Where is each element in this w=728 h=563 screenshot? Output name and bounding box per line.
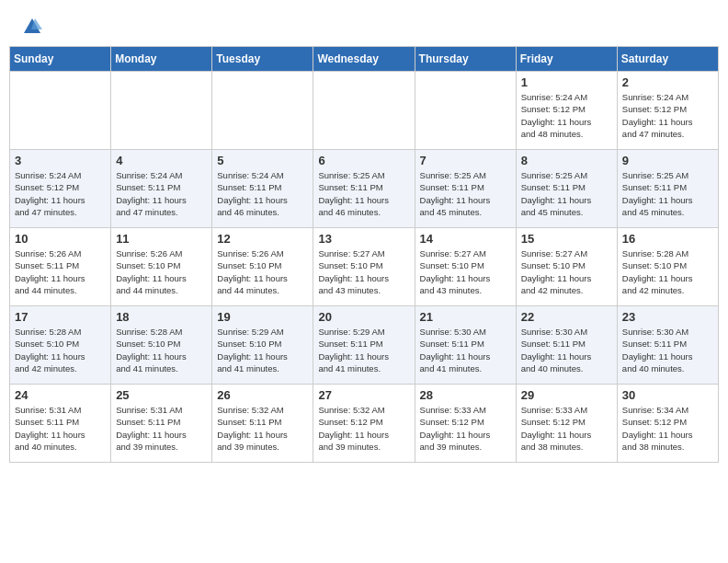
day-info: Sunrise: 5:27 AMSunset: 5:10 PMDaylight:… bbox=[420, 247, 512, 296]
day-number: 10 bbox=[15, 232, 107, 246]
day-number: 6 bbox=[318, 154, 410, 167]
day-info: Sunrise: 5:25 AMSunset: 5:11 PMDaylight:… bbox=[420, 169, 512, 218]
header-row: SundayMondayTuesdayWednesdayThursdayFrid… bbox=[10, 47, 719, 72]
calendar-table: SundayMondayTuesdayWednesdayThursdayFrid… bbox=[9, 46, 719, 463]
calendar-cell: 19Sunrise: 5:29 AMSunset: 5:10 PMDayligh… bbox=[212, 306, 313, 385]
day-number: 30 bbox=[622, 388, 714, 402]
logo-icon bbox=[22, 17, 42, 37]
day-info: Sunrise: 5:25 AMSunset: 5:11 PMDaylight:… bbox=[318, 169, 410, 218]
calendar-cell: 29Sunrise: 5:33 AMSunset: 5:12 PMDayligh… bbox=[516, 385, 617, 463]
calendar-cell: 14Sunrise: 5:27 AMSunset: 5:10 PMDayligh… bbox=[415, 228, 516, 306]
header-day-wednesday: Wednesday bbox=[313, 47, 415, 72]
day-info: Sunrise: 5:30 AMSunset: 5:11 PMDaylight:… bbox=[420, 326, 512, 374]
calendar-cell: 10Sunrise: 5:26 AMSunset: 5:11 PMDayligh… bbox=[10, 228, 111, 306]
day-info: Sunrise: 5:24 AMSunset: 5:11 PMDaylight:… bbox=[116, 169, 208, 218]
day-number: 16 bbox=[622, 232, 714, 246]
day-info: Sunrise: 5:32 AMSunset: 5:11 PMDaylight:… bbox=[217, 404, 309, 453]
day-number: 21 bbox=[420, 310, 512, 324]
calendar-cell: 11Sunrise: 5:26 AMSunset: 5:10 PMDayligh… bbox=[111, 228, 212, 306]
day-number: 8 bbox=[521, 154, 613, 167]
day-info: Sunrise: 5:30 AMSunset: 5:11 PMDaylight:… bbox=[622, 326, 714, 374]
day-number: 27 bbox=[318, 388, 410, 402]
calendar-cell: 27Sunrise: 5:32 AMSunset: 5:12 PMDayligh… bbox=[313, 385, 415, 463]
day-number: 4 bbox=[116, 154, 208, 167]
calendar-cell: 8Sunrise: 5:25 AMSunset: 5:11 PMDaylight… bbox=[516, 150, 617, 228]
day-info: Sunrise: 5:26 AMSunset: 5:10 PMDaylight:… bbox=[217, 247, 309, 296]
day-number: 1 bbox=[521, 75, 613, 89]
calendar-cell: 18Sunrise: 5:28 AMSunset: 5:10 PMDayligh… bbox=[111, 306, 212, 385]
day-info: Sunrise: 5:33 AMSunset: 5:12 PMDaylight:… bbox=[420, 404, 512, 453]
calendar-cell: 28Sunrise: 5:33 AMSunset: 5:12 PMDayligh… bbox=[415, 385, 516, 463]
day-info: Sunrise: 5:25 AMSunset: 5:11 PMDaylight:… bbox=[521, 169, 613, 218]
calendar-cell: 16Sunrise: 5:28 AMSunset: 5:10 PMDayligh… bbox=[617, 228, 718, 306]
day-number: 2 bbox=[622, 75, 714, 89]
calendar-cell: 30Sunrise: 5:34 AMSunset: 5:12 PMDayligh… bbox=[617, 385, 718, 463]
calendar-cell: 4Sunrise: 5:24 AMSunset: 5:11 PMDaylight… bbox=[111, 150, 212, 228]
week-row-2: 3Sunrise: 5:24 AMSunset: 5:12 PMDaylight… bbox=[10, 150, 719, 228]
week-row-4: 17Sunrise: 5:28 AMSunset: 5:10 PMDayligh… bbox=[10, 306, 719, 385]
day-info: Sunrise: 5:26 AMSunset: 5:10 PMDaylight:… bbox=[116, 247, 208, 296]
calendar-cell: 1Sunrise: 5:24 AMSunset: 5:12 PMDaylight… bbox=[516, 72, 617, 150]
day-info: Sunrise: 5:28 AMSunset: 5:10 PMDaylight:… bbox=[15, 326, 107, 374]
calendar-cell: 26Sunrise: 5:32 AMSunset: 5:11 PMDayligh… bbox=[212, 385, 313, 463]
calendar-body: 1Sunrise: 5:24 AMSunset: 5:12 PMDaylight… bbox=[10, 72, 719, 463]
day-info: Sunrise: 5:26 AMSunset: 5:11 PMDaylight:… bbox=[15, 247, 107, 296]
day-info: Sunrise: 5:30 AMSunset: 5:11 PMDaylight:… bbox=[521, 326, 613, 374]
calendar-cell: 7Sunrise: 5:25 AMSunset: 5:11 PMDaylight… bbox=[415, 150, 516, 228]
calendar-cell bbox=[10, 72, 111, 150]
calendar-cell: 12Sunrise: 5:26 AMSunset: 5:10 PMDayligh… bbox=[212, 228, 313, 306]
day-info: Sunrise: 5:31 AMSunset: 5:11 PMDaylight:… bbox=[15, 404, 107, 453]
header-day-saturday: Saturday bbox=[617, 47, 718, 72]
day-number: 15 bbox=[521, 232, 613, 246]
day-info: Sunrise: 5:32 AMSunset: 5:12 PMDaylight:… bbox=[318, 404, 410, 453]
day-number: 17 bbox=[15, 310, 107, 324]
header bbox=[0, 0, 728, 46]
day-number: 19 bbox=[217, 310, 309, 324]
day-number: 14 bbox=[420, 232, 512, 246]
header-day-tuesday: Tuesday bbox=[212, 47, 313, 72]
day-info: Sunrise: 5:24 AMSunset: 5:12 PMDaylight:… bbox=[521, 91, 613, 140]
day-info: Sunrise: 5:28 AMSunset: 5:10 PMDaylight:… bbox=[622, 247, 714, 296]
day-info: Sunrise: 5:34 AMSunset: 5:12 PMDaylight:… bbox=[622, 404, 714, 453]
calendar-cell bbox=[415, 72, 516, 150]
day-number: 7 bbox=[420, 154, 512, 167]
calendar-container: SundayMondayTuesdayWednesdayThursdayFrid… bbox=[0, 46, 728, 563]
day-number: 24 bbox=[15, 388, 107, 402]
day-info: Sunrise: 5:29 AMSunset: 5:10 PMDaylight:… bbox=[217, 326, 309, 374]
header-day-friday: Friday bbox=[516, 47, 617, 72]
week-row-3: 10Sunrise: 5:26 AMSunset: 5:11 PMDayligh… bbox=[10, 228, 719, 306]
day-info: Sunrise: 5:33 AMSunset: 5:12 PMDaylight:… bbox=[521, 404, 613, 453]
header-day-thursday: Thursday bbox=[415, 47, 516, 72]
calendar-cell: 25Sunrise: 5:31 AMSunset: 5:11 PMDayligh… bbox=[111, 385, 212, 463]
calendar-cell: 23Sunrise: 5:30 AMSunset: 5:11 PMDayligh… bbox=[617, 306, 718, 385]
header-day-monday: Monday bbox=[111, 47, 212, 72]
day-info: Sunrise: 5:27 AMSunset: 5:10 PMDaylight:… bbox=[521, 247, 613, 296]
page: SundayMondayTuesdayWednesdayThursdayFrid… bbox=[0, 0, 728, 563]
week-row-1: 1Sunrise: 5:24 AMSunset: 5:12 PMDaylight… bbox=[10, 72, 719, 150]
header-day-sunday: Sunday bbox=[10, 47, 111, 72]
calendar-cell bbox=[111, 72, 212, 150]
day-number: 3 bbox=[15, 154, 107, 167]
day-number: 26 bbox=[217, 388, 309, 402]
calendar-cell: 13Sunrise: 5:27 AMSunset: 5:10 PMDayligh… bbox=[313, 228, 415, 306]
day-number: 25 bbox=[116, 388, 208, 402]
day-info: Sunrise: 5:24 AMSunset: 5:12 PMDaylight:… bbox=[15, 169, 107, 218]
day-info: Sunrise: 5:24 AMSunset: 5:11 PMDaylight:… bbox=[217, 169, 309, 218]
calendar-cell: 3Sunrise: 5:24 AMSunset: 5:12 PMDaylight… bbox=[10, 150, 111, 228]
day-info: Sunrise: 5:24 AMSunset: 5:12 PMDaylight:… bbox=[622, 91, 714, 140]
week-row-5: 24Sunrise: 5:31 AMSunset: 5:11 PMDayligh… bbox=[10, 385, 719, 463]
day-number: 13 bbox=[318, 232, 410, 246]
calendar-cell: 24Sunrise: 5:31 AMSunset: 5:11 PMDayligh… bbox=[10, 385, 111, 463]
day-number: 5 bbox=[217, 154, 309, 167]
calendar-cell bbox=[212, 72, 313, 150]
day-info: Sunrise: 5:29 AMSunset: 5:11 PMDaylight:… bbox=[318, 326, 410, 374]
day-info: Sunrise: 5:31 AMSunset: 5:11 PMDaylight:… bbox=[116, 404, 208, 453]
day-number: 20 bbox=[318, 310, 410, 324]
calendar-cell bbox=[313, 72, 415, 150]
calendar-header: SundayMondayTuesdayWednesdayThursdayFrid… bbox=[10, 47, 719, 72]
day-info: Sunrise: 5:25 AMSunset: 5:11 PMDaylight:… bbox=[622, 169, 714, 218]
day-number: 23 bbox=[622, 310, 714, 324]
day-number: 18 bbox=[116, 310, 208, 324]
day-number: 22 bbox=[521, 310, 613, 324]
calendar-cell: 15Sunrise: 5:27 AMSunset: 5:10 PMDayligh… bbox=[516, 228, 617, 306]
